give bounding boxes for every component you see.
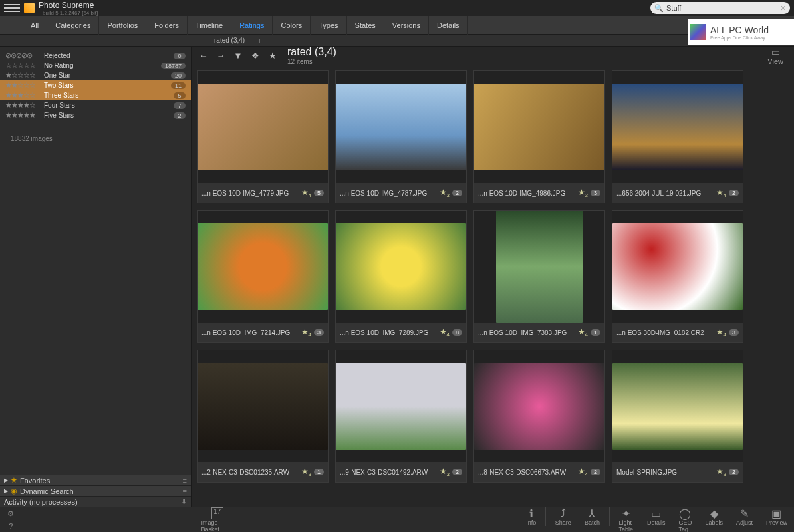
rating-count: 20	[171, 72, 186, 79]
favorites-panel[interactable]: ▶★ Favorites≡	[0, 475, 191, 485]
forward-button[interactable]: →	[214, 49, 227, 63]
version-badge: 1	[591, 329, 600, 336]
rating-count: 0	[174, 53, 186, 59]
version-badge: 3	[729, 329, 739, 336]
stars-icon: ☆☆☆☆☆	[5, 61, 44, 70]
thumbnail-card[interactable]: ...9-NEX-C3-DSC01492.ARW★32	[335, 350, 467, 483]
file-name: ...n EOS 10D_IMG_7289.JPG	[340, 329, 437, 336]
app-build: build 5.1.2.2467 [64 bit]	[43, 10, 98, 16]
rating-label: One Star	[44, 72, 171, 79]
stars-icon: ★★★☆☆	[5, 91, 44, 100]
rating-row[interactable]: ★★☆☆☆Two Stars11	[0, 80, 191, 90]
footer-geo-tag[interactable]: ◯GEO Tag	[672, 507, 698, 533]
thumbnail-card[interactable]: ...2-NEX-C3-DSC01235.ARW★31	[197, 350, 329, 483]
stack-icon[interactable]: ❖	[249, 49, 262, 63]
version-badge: 2	[452, 190, 462, 196]
rating-row[interactable]: ★★★☆☆Three Stars5	[0, 90, 191, 100]
thumbnail-card[interactable]: ...n EOS 10D_IMG_7214.JPG★43	[197, 210, 329, 343]
footer-info[interactable]: ℹInfo	[519, 507, 543, 533]
stars-icon: ★★☆☆☆	[5, 81, 44, 90]
tab-colors[interactable]: Colors	[273, 16, 311, 35]
footer-labels[interactable]: ◆Labels	[698, 507, 729, 533]
app-icon	[24, 3, 35, 13]
search-input[interactable]	[666, 4, 780, 12]
thumbnail-card[interactable]: ...8-NEX-C3-DSC06673.ARW★42	[473, 350, 605, 483]
rating-star-icon: ★4	[578, 327, 588, 338]
version-badge: 3	[314, 329, 324, 336]
tab-states[interactable]: States	[347, 16, 384, 35]
version-badge: 2	[729, 469, 739, 475]
file-name: ...n EOS 10D_IMG_7214.JPG	[201, 329, 299, 336]
tab-types[interactable]: Types	[311, 16, 346, 35]
rating-star-icon: ★4	[578, 467, 588, 477]
rating-row[interactable]: ☆☆☆☆☆No Rating18787	[0, 61, 191, 70]
dynamic-search-panel[interactable]: ▶◉ Dynamic Search≡	[0, 485, 191, 496]
version-badge: 5	[314, 190, 324, 196]
tab-categories[interactable]: Categories	[47, 16, 99, 35]
activity-panel[interactable]: Activity (no processes)⬇	[0, 496, 191, 507]
image-total: 18832 images	[0, 124, 191, 153]
rating-row[interactable]: ★★★★★Five Stars2	[0, 110, 191, 120]
hamburger-menu[interactable]	[4, 0, 20, 16]
thumbnail-card[interactable]: ...n EOS 30D-IMG_0182.CR2★43	[612, 210, 743, 343]
rating-label: Four Stars	[44, 102, 174, 109]
thumbnail-card[interactable]: ...n EOS 10D_IMG_7383.JPG★41	[473, 210, 605, 343]
footer-batch[interactable]: ⅄Batch	[578, 507, 606, 533]
footer-adjust[interactable]: ✎Adjust	[729, 507, 759, 533]
clear-search-icon[interactable]: ✕	[780, 4, 786, 13]
footer-share[interactable]: ⤴Share	[549, 507, 578, 533]
version-badge: 2	[452, 469, 462, 475]
tab-versions[interactable]: Versions	[384, 16, 429, 35]
rating-row[interactable]: ★☆☆☆☆One Star20	[0, 70, 191, 80]
version-badge: 2	[729, 190, 739, 196]
add-tab-button[interactable]: +	[253, 37, 265, 45]
rating-star-icon: ★4	[716, 188, 726, 198]
gear-icon[interactable]: ⚙	[7, 509, 14, 518]
thumbnail-card[interactable]: Model-SPRING.JPG★32	[612, 350, 743, 483]
image-basket[interactable]: 17 Image Basket	[194, 507, 240, 533]
rating-star-icon: ★3	[440, 188, 450, 198]
view-toggle[interactable]: ▭ View	[767, 47, 789, 65]
breadcrumb-title: rated (3,4)	[287, 47, 336, 57]
watermark: ALL PC World Free Apps One Click Away	[688, 19, 794, 45]
help-icon[interactable]: ?	[9, 522, 13, 530]
file-name: ...656 2004-JUL-19 021.JPG	[616, 190, 714, 197]
version-badge: 1	[314, 469, 324, 475]
footer-light-table[interactable]: ✦Light Table	[612, 507, 640, 533]
search-box[interactable]: 🔍 ✕	[650, 2, 790, 14]
rating-row[interactable]: ★★★★☆Four Stars7	[0, 100, 191, 110]
rating-row[interactable]: ⊘⊘⊘⊘⊘Rejected0	[0, 51, 191, 61]
rating-star-icon: ★4	[716, 327, 726, 338]
rating-label: Three Stars	[44, 92, 174, 99]
thumbnail-card[interactable]: ...n EOS 10D-IMG_4779.JPG★45	[197, 70, 329, 203]
file-name: ...n EOS 10D-IMG_4779.JPG	[201, 190, 299, 197]
footer-preview[interactable]: ▣Preview	[759, 507, 794, 533]
tab-folders[interactable]: Folders	[146, 16, 188, 35]
rating-count: 2	[174, 112, 186, 119]
filter-icon[interactable]: ▼	[231, 49, 245, 63]
file-name: ...n EOS 10D_IMG_7383.JPG	[478, 329, 575, 336]
rating-label: No Rating	[44, 62, 161, 69]
tab-timeline[interactable]: Timeline	[188, 16, 231, 35]
rating-count: 18787	[161, 63, 186, 69]
thumbnail-card[interactable]: ...n EOS 10D_IMG_7289.JPG★48	[335, 210, 467, 343]
subtab[interactable]: rated (3,4)	[206, 37, 253, 44]
tab-details[interactable]: Details	[429, 16, 468, 35]
star-icon[interactable]: ★	[266, 49, 279, 63]
rating-star-icon: ★3	[716, 467, 726, 477]
thumbnail-card[interactable]: ...n EOS 10D-IMG_4986.JPG★33	[473, 70, 605, 203]
tab-portfolios[interactable]: Portfolios	[99, 16, 146, 35]
rating-label: Rejected	[44, 52, 174, 59]
file-name: ...8-NEX-C3-DSC06673.ARW	[478, 469, 575, 476]
thumbnail-card[interactable]: ...656 2004-JUL-19 021.JPG★42	[612, 70, 743, 203]
stars-icon: ★☆☆☆☆	[5, 71, 44, 80]
footer-details[interactable]: ▭Details	[640, 507, 672, 533]
thumbnail-card[interactable]: ...n EOS 10D-IMG_4787.JPG★32	[335, 70, 467, 203]
tab-ratings[interactable]: Ratings	[231, 16, 273, 35]
tab-all[interactable]: All	[23, 16, 47, 35]
file-name: ...n EOS 10D-IMG_4787.JPG	[340, 190, 437, 197]
search-icon: 🔍	[654, 4, 664, 13]
rating-count: 11	[171, 82, 186, 89]
rating-star-icon: ★3	[440, 467, 450, 477]
back-button[interactable]: ←	[197, 49, 210, 63]
